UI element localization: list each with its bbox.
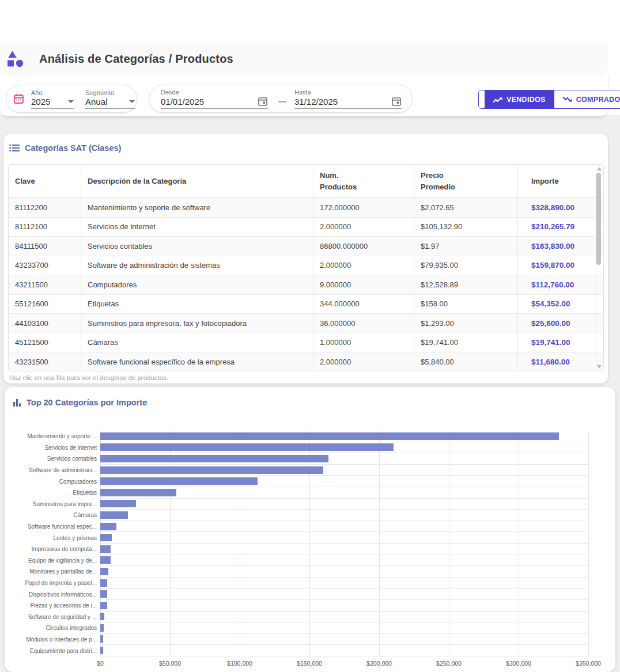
chart-bar[interactable] [100,590,107,598]
cell-importe: $159,870.00 [518,256,596,275]
cell-precio: $105,132.90 [414,218,518,237]
chart-bar[interactable] [100,545,111,553]
x-tick-label: $0 [97,660,104,667]
cell-clave: 44103100 [9,314,81,333]
chart-bar-track [100,431,588,442]
chart-bar[interactable] [100,489,176,496]
chart-row: Módulos o interfaces de p... [5,634,588,646]
x-tick-label: $250,000 [436,660,462,667]
cell-num: 36.000000 [313,314,414,333]
cell-precio: $158.00 [414,295,518,314]
cell-descripcion: Software de administración de sistemas [81,256,313,275]
date-to-field[interactable]: Hasta 31/12/2025 [294,89,402,109]
chart-row: Piezas y accesorios de i... [5,600,588,612]
table-header-row: ClaveDescripción de la CategoríaNum. Pro… [9,165,603,198]
chart-bar[interactable] [100,500,136,507]
vendidos-comprados-toggle: VENDIDOS COMPRADOS [478,90,620,109]
table-scrollbar[interactable] [596,165,602,370]
scrollbar-up-arrow[interactable] [597,167,602,170]
table-row[interactable]: 55121600Etiquetas344.000000$158.00$54,35… [9,295,603,314]
table-row[interactable]: 43211500Computadores9.000000$12,528.89$1… [9,275,603,295]
scrollbar-down-arrow[interactable] [597,365,602,369]
cell-num: 344.000000 [313,295,414,314]
table-section-title: Categorías SAT (Clases) [25,143,121,153]
chart-row: Equipamiento para distri... [5,645,588,656]
cell-clave: 81112100 [9,218,81,237]
calendar-icon[interactable] [391,96,402,107]
cell-importe: $54,352.00 [518,295,596,314]
chart-bar[interactable] [100,579,107,587]
table-row[interactable]: 84111500Servicios contables86800.000000$… [9,237,603,256]
cell-importe: $19,741.00 [518,333,596,352]
chart-bar[interactable] [100,511,128,519]
chart-bar[interactable] [100,556,111,564]
chart-category-label: Equipo de vigilancia y de... [5,557,97,564]
categories-table-card: Categorías SAT (Clases) ClaveDescripción… [3,134,608,384]
toggle-lead-spacer [479,90,485,108]
chart-bar-track [100,532,588,544]
chart-bar[interactable] [100,602,107,609]
chart-bar[interactable] [100,635,103,643]
cell-importe: $328,890.00 [518,198,596,217]
chart-bar[interactable] [100,568,108,575]
chart-row: Software de seguridad y ... [5,612,588,623]
scrollbar-thumb[interactable] [596,173,601,265]
chevron-down-icon [68,100,74,103]
cell-precio: $79,935.00 [414,256,518,275]
cell-precio: $1.97 [414,237,518,256]
cell-descripcion: Suministros para impresora, fax y fotoco… [81,314,313,333]
chart-row: Papel de imprenta y papel... [5,578,588,589]
column-header: Descripción de la Categoría [81,165,313,198]
table-row[interactable]: 45121500Cámaras1.000000$19,741.00$19,741… [9,333,603,353]
chart-bar[interactable] [100,477,258,485]
comprados-button[interactable]: COMPRADOS [554,90,620,108]
chart-category-label: Servicios contables [5,455,97,462]
trending-up-icon [493,96,502,103]
x-tick-label: $300,000 [506,660,531,667]
vendidos-button[interactable]: VENDIDOS [485,90,554,108]
chart-bar[interactable] [100,647,103,654]
chart-bar-track [100,476,588,487]
x-tick-label: $200,000 [366,660,392,667]
cell-precio: $12,528.89 [414,275,518,294]
cell-num: 9.000000 [313,275,414,294]
year-value: 2025 [31,97,50,107]
chart-bar[interactable] [100,534,112,541]
chart-bar[interactable] [100,455,328,462]
cell-precio: $1,293.00 [414,314,518,333]
table-row[interactable]: 43231500Software funcional específico de… [9,352,603,371]
bar-chart-icon [13,398,21,407]
cell-importe: $163,830.00 [518,237,596,256]
column-header: Importe [518,165,596,198]
cell-importe: $210,265.79 [518,218,596,237]
chart-bar-track [100,600,588,612]
year-select[interactable]: Año 2025 [31,89,74,109]
table-row[interactable]: 81112200Mantenimiento y soporte de softw… [9,198,603,218]
chart-bar-track [100,578,588,589]
chart-bar-track [100,634,588,646]
calendar-icon[interactable] [258,96,268,107]
x-tick-label: $350,000 [576,660,601,667]
chart-category-label: Software de administraci... [5,467,97,473]
date-range-filter-group: Desde 01/01/2025 Hasta 31/12/2025 [149,85,413,113]
table-row[interactable]: 81112100Servicios de internet2.000000$10… [9,218,603,237]
date-from-field[interactable]: Desde 01/01/2025 [161,89,268,109]
chart-category-label: Monitores y pantallas de... [5,568,97,575]
chart-category-label: Computadores [5,479,97,485]
chart-bar-track [100,589,588,600]
chart-bar[interactable] [100,523,116,530]
table-row[interactable]: 44103100Suministros para impresora, fax … [9,314,603,333]
chart-bar-track [100,510,588,521]
cell-importe: $112,760.00 [518,275,596,294]
chart-row: Lentes y prismas [5,532,588,544]
cell-descripcion: Computadores [81,275,313,294]
chart-bar[interactable] [100,624,104,632]
segment-select[interactable]: Segmento Anual [85,89,135,109]
chart-bar[interactable] [100,443,394,451]
chart-category-label: Dispositivos informáticos... [5,591,97,598]
chart-bar[interactable] [100,466,323,474]
chart-category-label: Equipamiento para distri... [5,648,97,654]
chart-bar[interactable] [100,432,559,440]
chart-bar[interactable] [100,613,104,620]
table-row[interactable]: 43233700Software de administración de si… [9,256,603,276]
